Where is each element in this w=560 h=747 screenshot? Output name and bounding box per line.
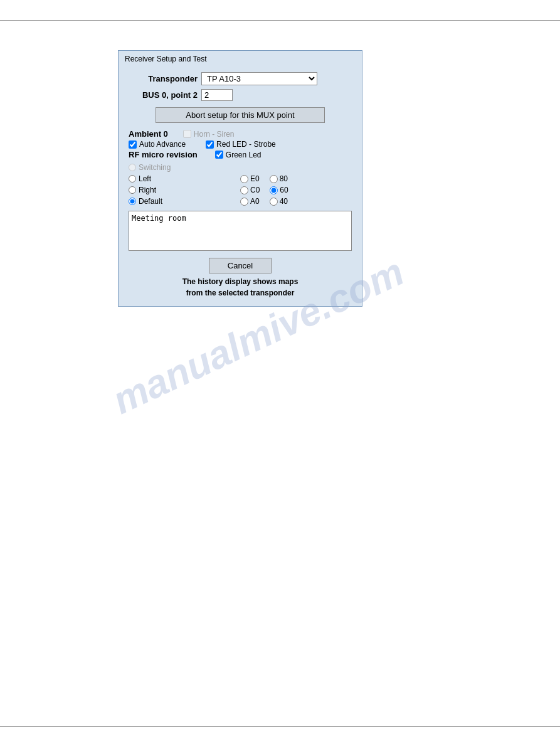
history-text: The history display shows maps from the … [129, 276, 352, 299]
ambient-row2: Auto Advance Red LED - Strobe [129, 140, 352, 149]
a0-radio-item: A0 [240, 197, 260, 206]
default-radio[interactable] [129, 198, 136, 205]
auto-advance-item: Auto Advance [129, 140, 186, 149]
80-radio[interactable] [270, 175, 278, 183]
switching-radio[interactable] [129, 164, 136, 171]
right-radio-col: E0 80 C0 60 [240, 163, 352, 206]
dialog-body: Transponder TP A10-3 BUS 0, point 2 Abor… [119, 66, 362, 306]
40-radio-item: 40 [270, 197, 288, 206]
c0-radio-item: C0 [240, 186, 260, 194]
textarea-section: Meeting room [129, 211, 352, 253]
switching-radio-item: Switching [129, 163, 240, 172]
transponder-row: Transponder TP A10-3 [129, 72, 352, 85]
green-led-label: Green Led [226, 151, 262, 159]
60-radio-item: 60 [270, 186, 288, 194]
rf-label: RF micro revision [129, 150, 198, 159]
60-label: 60 [280, 186, 288, 194]
dialog-title: Receiver Setup and Test [119, 51, 362, 66]
a0-label: A0 [250, 197, 260, 206]
auto-advance-label: Auto Advance [139, 140, 186, 149]
left-radio-item: Left [129, 174, 240, 183]
green-led-checkbox[interactable] [215, 151, 223, 159]
60-radio[interactable] [270, 186, 278, 194]
c0-label: C0 [250, 186, 260, 194]
history-line2: from the selected transponder [129, 287, 352, 299]
horn-siren-item: Horn - Siren [183, 130, 235, 139]
default-radio-item: Default [129, 197, 240, 206]
left-radio[interactable] [129, 175, 136, 183]
ambient-label: Ambient 0 [129, 129, 168, 139]
a0-radio[interactable] [240, 198, 248, 206]
left-radio-col: Switching Left Right Default [129, 163, 240, 206]
left-label: Left [139, 174, 151, 183]
ambient-row3: RF micro revision Green Led [129, 150, 352, 159]
radio-section: Switching Left Right Default [129, 163, 352, 206]
e0-radio[interactable] [240, 175, 248, 183]
40-radio[interactable] [270, 198, 278, 206]
rf-micro-item: RF micro revision [129, 150, 200, 159]
transponder-label: Transponder [129, 74, 198, 83]
right-radio-row2: C0 60 [240, 186, 352, 194]
right-radio-row3: A0 40 [240, 197, 352, 206]
ambient-row1: Ambient 0 Horn - Siren [129, 129, 352, 139]
red-led-strobe-label: Red LED - Strobe [216, 140, 276, 149]
transponder-select[interactable]: TP A10-3 [201, 72, 317, 85]
right-radio[interactable] [129, 186, 136, 194]
bus-row: BUS 0, point 2 [129, 89, 352, 101]
cancel-button[interactable]: Cancel [209, 258, 272, 273]
e0-radio-item: E0 [240, 174, 260, 183]
cancel-btn-row: Cancel [129, 258, 352, 273]
80-radio-item: 80 [270, 174, 288, 183]
dialog: Receiver Setup and Test Transponder TP A… [118, 50, 362, 307]
meeting-textarea[interactable]: Meeting room [129, 211, 352, 251]
red-led-strobe-item: Red LED - Strobe [206, 140, 276, 149]
right-radio-row1: E0 80 [240, 174, 352, 183]
auto-advance-checkbox[interactable] [129, 140, 137, 149]
horn-siren-label: Horn - Siren [194, 130, 235, 139]
abort-button[interactable]: Abort setup for this MUX point [156, 107, 325, 123]
ambient-section: Ambient 0 Horn - Siren Auto Advance Red … [129, 129, 352, 159]
horn-siren-checkbox[interactable] [183, 130, 191, 138]
green-led-item: Green Led [215, 151, 262, 159]
bus-input[interactable] [201, 89, 233, 101]
switching-label: Switching [139, 163, 171, 172]
abort-btn-row: Abort setup for this MUX point [129, 107, 352, 123]
history-line1: The history display shows maps [129, 276, 352, 287]
right-radio-item: Right [129, 186, 240, 194]
right-label: Right [139, 186, 156, 194]
e0-label: E0 [250, 174, 260, 183]
80-label: 80 [280, 174, 288, 183]
40-label: 40 [280, 197, 288, 206]
c0-radio[interactable] [240, 186, 248, 194]
bottom-divider [0, 726, 560, 727]
bus-label: BUS 0, point 2 [129, 90, 198, 100]
red-led-strobe-checkbox[interactable] [206, 140, 214, 149]
default-label: Default [139, 197, 162, 206]
top-divider [0, 20, 560, 21]
